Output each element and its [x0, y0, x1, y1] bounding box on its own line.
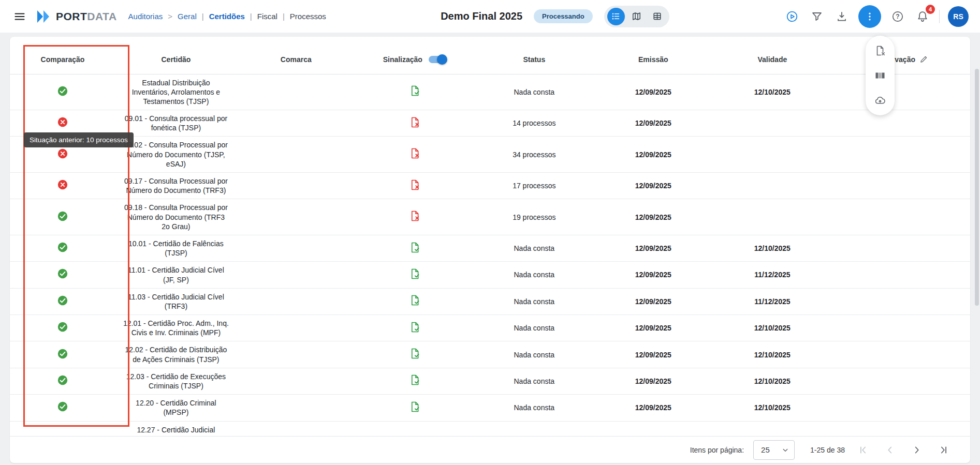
comparison-success-icon[interactable]	[57, 374, 68, 386]
next-page-button[interactable]	[908, 441, 926, 459]
comparison-cell	[10, 395, 115, 421]
comarca-cell	[237, 341, 356, 368]
emission-date: 12/09/2025	[594, 395, 713, 421]
table-body: Estadual Distribuição Inventários, Arrol…	[10, 74, 970, 436]
comarca-cell	[237, 235, 356, 261]
help-button[interactable]: ?	[889, 8, 906, 25]
logo-text: PORTDATA	[56, 10, 117, 23]
emission-date: 12/09/2025	[594, 368, 713, 394]
column-header-status: Status	[475, 45, 594, 74]
certificate-name: 11.03 - Certidão Judicial Cível (TRF3)	[115, 288, 237, 314]
breadcrumb-processos[interactable]: Processos	[290, 12, 326, 21]
comparison-success-icon[interactable]	[57, 242, 68, 253]
table-header-row: Comparação Certidão Comarca Sinalização …	[10, 45, 970, 74]
column-header-comarca: Comarca	[237, 45, 356, 74]
comarca-cell	[237, 110, 356, 137]
signal-success-icon[interactable]	[409, 242, 421, 253]
comparison-success-icon[interactable]	[57, 401, 68, 412]
signal-cell	[356, 235, 475, 261]
app-viewport: PORTDATA Auditorias > Geral | Certidões …	[0, 0, 980, 465]
signal-cell	[356, 421, 475, 436]
run-button[interactable]	[784, 8, 800, 25]
signal-success-icon[interactable]	[409, 401, 421, 413]
breadcrumb-pipe-separator: |	[283, 12, 285, 21]
emission-date: 12/09/2025	[594, 74, 713, 110]
signal-success-icon[interactable]	[409, 321, 421, 333]
observation-cell	[832, 368, 970, 394]
map-view-button[interactable]	[628, 8, 646, 25]
list-view-button[interactable]	[607, 8, 625, 25]
scrollbar-thumb[interactable]	[975, 69, 979, 306]
play-circle-icon	[786, 10, 798, 23]
comparison-error-icon[interactable]	[57, 179, 68, 190]
topbar: PORTDATA Auditorias > Geral | Certidões …	[0, 0, 980, 33]
notifications-button[interactable]: 4	[914, 8, 931, 25]
breadcrumb-fiscal[interactable]: Fiscal	[257, 12, 277, 21]
last-page-button[interactable]	[935, 441, 953, 459]
map-view-icon	[632, 11, 641, 21]
table-view-button[interactable]	[649, 8, 666, 25]
filter-button[interactable]	[809, 8, 825, 25]
emission-date: 12/09/2025	[594, 315, 713, 341]
comparison-success-icon[interactable]	[57, 321, 68, 333]
comparison-error-icon[interactable]	[57, 148, 68, 159]
signal-success-icon[interactable]	[409, 374, 421, 386]
signal-error-icon[interactable]	[409, 210, 421, 222]
chevron-down-icon	[781, 445, 790, 455]
comparison-error-icon[interactable]	[57, 116, 68, 128]
breadcrumb-auditorias[interactable]: Auditorias	[128, 12, 163, 21]
comparison-success-icon[interactable]	[57, 85, 68, 97]
certificate-name: 12.03 - Certidão de Execuções Criminais …	[115, 368, 237, 394]
comparison-success-icon[interactable]	[57, 348, 68, 359]
previous-page-button[interactable]	[881, 441, 899, 459]
column-header-validade: Validade	[713, 45, 832, 74]
comparison-cell	[10, 341, 115, 368]
observation-cell	[832, 173, 970, 199]
file-remove-icon	[874, 45, 886, 56]
pagination-bar: Itens por página: 25 1-25 de 38	[10, 436, 970, 463]
signal-success-icon[interactable]	[409, 348, 421, 359]
signal-success-icon[interactable]	[409, 85, 421, 97]
avatar[interactable]: RS	[948, 6, 969, 27]
edit-pencil-icon[interactable]	[919, 55, 928, 64]
file-remove-button[interactable]	[869, 40, 891, 62]
status-cell: 34 processos	[475, 137, 594, 173]
comarca-cell	[237, 199, 356, 235]
download-icon	[836, 10, 848, 23]
logo-icon	[36, 10, 52, 23]
signal-toggle[interactable]	[428, 54, 447, 65]
status-cell: 14 processos	[475, 110, 594, 137]
logo[interactable]: PORTDATA	[36, 10, 117, 23]
topbar-divider	[939, 10, 940, 23]
certificate-name: 11.01 - Certidão Judicial Cível (JF, SP)	[115, 262, 237, 288]
more-options-button[interactable]	[858, 5, 881, 28]
status-cell: 19 processos	[475, 199, 594, 235]
signal-cell	[356, 288, 475, 314]
barcode-button[interactable]	[869, 65, 891, 86]
comparison-success-icon[interactable]	[57, 268, 68, 279]
breadcrumb-geral[interactable]: Geral	[178, 12, 197, 21]
first-page-button[interactable]	[854, 441, 872, 459]
signal-success-icon[interactable]	[409, 268, 421, 280]
cloud-upload-button[interactable]	[869, 89, 891, 111]
breadcrumb-certidoes[interactable]: Certidões	[209, 12, 245, 21]
signal-error-icon[interactable]	[409, 179, 421, 191]
items-per-page-select[interactable]: 25	[753, 440, 795, 460]
comparison-success-icon[interactable]	[57, 211, 68, 222]
signal-error-icon[interactable]	[409, 116, 421, 128]
column-header-observacao: Observação	[832, 45, 970, 74]
table-row: 12.27 - Certidão Judicial	[10, 421, 970, 436]
status-cell: Nada consta	[475, 74, 594, 110]
download-button[interactable]	[833, 8, 850, 25]
menu-icon[interactable]	[11, 8, 28, 25]
certificate-name: 10.01 - Certidão de Falências (TJSP)	[115, 235, 237, 261]
validity-date: 12/10/2025	[713, 74, 832, 110]
comparison-success-icon[interactable]	[57, 295, 68, 306]
observation-cell	[832, 137, 970, 173]
vertical-dots-icon	[865, 11, 875, 22]
view-toggle-group	[604, 6, 669, 27]
signal-success-icon[interactable]	[409, 294, 421, 306]
validity-date: 12/10/2025	[713, 341, 832, 368]
signal-cell	[356, 315, 475, 341]
signal-error-icon[interactable]	[409, 147, 421, 159]
